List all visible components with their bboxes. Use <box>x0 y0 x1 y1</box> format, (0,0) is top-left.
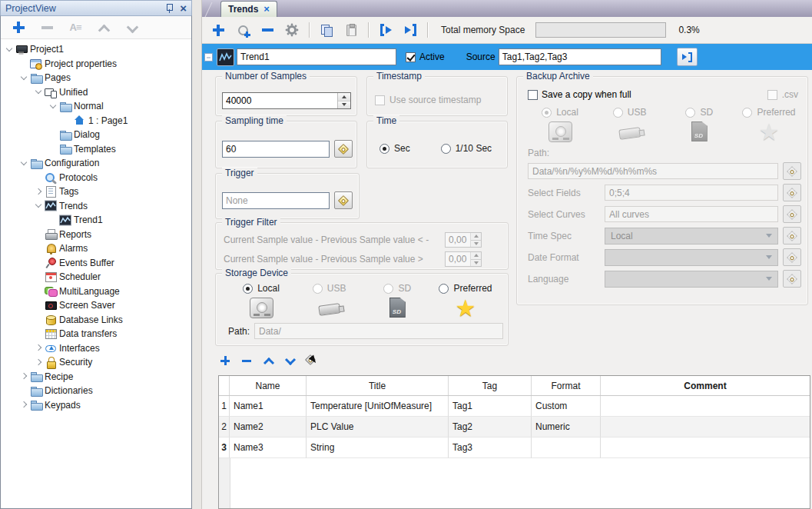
copy-button[interactable] <box>317 21 336 39</box>
trend-select-checkbox[interactable] <box>204 53 213 62</box>
chevron-down-icon[interactable] <box>33 200 45 211</box>
chevron-right-icon[interactable] <box>33 186 45 198</box>
radio-local[interactable] <box>243 284 253 294</box>
sampling-time-input[interactable] <box>222 141 330 158</box>
column-header-tag[interactable]: Tag <box>449 376 532 395</box>
language-tag-button[interactable] <box>783 270 801 288</box>
rename-item-button[interactable]: A≡ <box>68 20 83 35</box>
cell-comment[interactable] <box>601 437 810 458</box>
remove-curve-button[interactable] <box>240 354 254 368</box>
tree-item-trend1[interactable]: Trend1 <box>1 213 191 228</box>
tree-item-reports[interactable]: Reports <box>1 228 191 242</box>
tree-item-security[interactable]: Security <box>1 355 191 370</box>
pick-tag-button[interactable] <box>304 354 318 368</box>
tree-item-keypads[interactable]: Keypads <box>1 398 191 413</box>
tree-item-events-buffer[interactable]: Events Buffer <box>1 256 191 271</box>
paste-button[interactable] <box>341 21 361 39</box>
cell-title[interactable]: PLC Value <box>307 417 449 437</box>
table-row[interactable]: 2 Name2 PLC Value Tag2 Numeric <box>219 417 810 437</box>
active-checkbox[interactable] <box>406 52 416 62</box>
backup-path-tag-button[interactable] <box>783 162 801 180</box>
chevron-down-icon[interactable] <box>4 44 15 55</box>
cell-name[interactable]: Name3 <box>230 437 307 458</box>
close-panel-icon[interactable]: × <box>180 3 187 13</box>
spin-down-button[interactable] <box>471 260 481 267</box>
trend-name-input[interactable] <box>237 48 396 65</box>
move-curve-up-button[interactable] <box>261 354 275 368</box>
tree-item-templates[interactable]: Templates <box>1 142 191 157</box>
cell-tag[interactable]: Tag1 <box>449 396 532 417</box>
tree-item-tags[interactable]: Tags <box>1 185 191 199</box>
radio-usb[interactable] <box>313 284 323 294</box>
tree-item-normal[interactable]: Normal <box>1 99 191 114</box>
trigger-tag-button[interactable] <box>334 191 353 209</box>
language-select[interactable] <box>605 271 778 288</box>
spin-down-button[interactable] <box>338 101 350 109</box>
tree-item-scheduler[interactable]: Scheduler <box>1 270 191 284</box>
column-header-format[interactable]: Format <box>532 376 601 395</box>
tree-item-alarms[interactable]: Alarms <box>1 241 191 256</box>
spin-up-button[interactable] <box>338 93 350 101</box>
backup-radio-sd[interactable] <box>685 108 695 118</box>
add-item-button[interactable] <box>11 20 26 35</box>
tree-item-protocols[interactable]: Protocols <box>1 171 191 185</box>
attach-source-button[interactable] <box>677 48 698 66</box>
table-row[interactable]: 1 Name1 Temperature [UnitOfMeasure] Tag1… <box>219 396 810 417</box>
tree-item-recipe[interactable]: Recipe <box>1 370 191 384</box>
tree-item-configuration[interactable]: Configuration <box>1 156 191 171</box>
tab-close-icon[interactable]: × <box>263 5 270 14</box>
date-format-select[interactable] <box>605 249 778 266</box>
chevron-right-icon[interactable] <box>18 399 30 411</box>
tree-item-project-properties[interactable]: Project properties <box>1 57 191 72</box>
table-row[interactable]: 3 Name3 String Tag3 <box>219 437 810 458</box>
add-trend-button[interactable] <box>208 21 228 39</box>
cell-title[interactable]: String <box>307 437 449 458</box>
tree-item-dialog[interactable]: Dialog <box>1 128 191 142</box>
time-spec-select[interactable]: Local <box>605 228 778 245</box>
duplicate-trend-button[interactable] <box>233 21 253 39</box>
tree-item-trends[interactable]: Trends <box>1 199 191 214</box>
tree-item-page1[interactable]: 1 : Page1 <box>1 114 191 128</box>
filter-greater-spinner[interactable]: 0,00 <box>445 251 482 267</box>
tree-item-project1[interactable]: Project1 <box>1 42 191 57</box>
chevron-down-icon[interactable] <box>33 86 45 98</box>
date-format-tag-button[interactable] <box>783 248 801 266</box>
tab-trends[interactable]: Trends × <box>220 1 277 17</box>
tree-item-dictionaries[interactable]: Dictionaries <box>1 384 191 398</box>
chevron-right-icon[interactable] <box>33 357 45 368</box>
select-fields-tag-button[interactable] <box>783 184 801 201</box>
radio-sd[interactable] <box>383 284 393 294</box>
tree-item-unified[interactable]: Unified <box>1 85 191 100</box>
sampling-tag-button[interactable] <box>334 140 353 158</box>
export-button[interactable] <box>376 21 396 39</box>
cell-tag[interactable]: Tag2 <box>449 417 532 437</box>
tree-item-database-links[interactable]: Database Links <box>1 313 191 328</box>
samples-input[interactable] <box>223 93 337 108</box>
save-copy-checkbox[interactable] <box>528 90 538 100</box>
backup-radio-usb[interactable] <box>613 108 623 118</box>
add-curve-button[interactable] <box>218 354 232 368</box>
column-header-name[interactable]: Name <box>230 376 307 395</box>
cell-comment[interactable] <box>601 396 810 417</box>
chevron-down-icon[interactable] <box>18 72 30 84</box>
samples-spinner[interactable] <box>222 92 351 109</box>
cell-format[interactable]: Numeric <box>532 417 601 437</box>
pin-icon[interactable] <box>166 3 173 13</box>
radio-sec[interactable] <box>379 144 389 154</box>
cell-format[interactable] <box>532 437 601 458</box>
remove-trend-button[interactable] <box>257 21 277 39</box>
chevron-down-icon[interactable] <box>18 158 30 169</box>
import-button[interactable] <box>400 21 420 39</box>
remove-item-button[interactable] <box>39 20 55 35</box>
trend-header-row[interactable]: Active Source <box>202 44 812 70</box>
column-header-title[interactable]: Title <box>307 376 449 395</box>
time-spec-tag-button[interactable] <box>783 227 801 245</box>
backup-radio-preferred[interactable] <box>742 108 752 118</box>
cell-comment[interactable] <box>601 417 810 437</box>
cell-format[interactable]: Custom <box>532 396 601 417</box>
radio-tenth-sec[interactable] <box>441 144 451 154</box>
cell-name[interactable]: Name1 <box>230 396 307 417</box>
trigger-input[interactable] <box>222 192 330 209</box>
tree-item-data-transfers[interactable]: Data transfers <box>1 327 191 341</box>
cell-title[interactable]: Temperature [UnitOfMeasure] <box>307 396 449 417</box>
